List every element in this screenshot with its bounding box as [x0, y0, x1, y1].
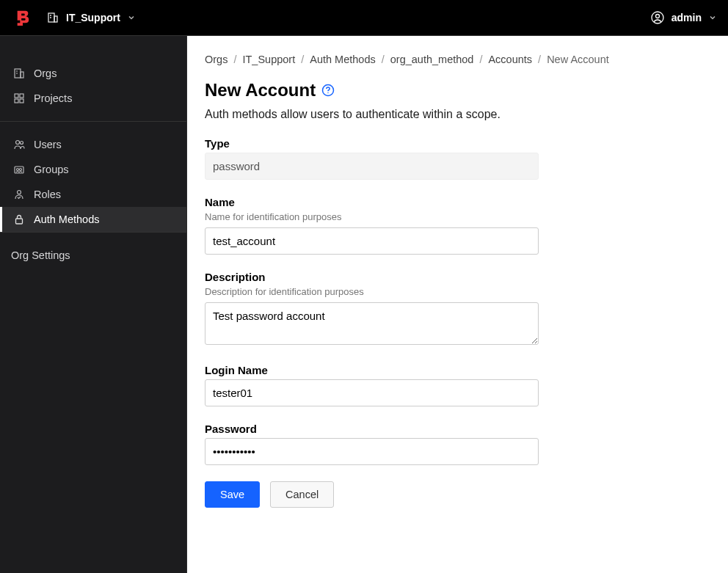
breadcrumb-sep: /: [538, 54, 541, 65]
password-label: Password: [205, 423, 539, 435]
topbar-left: IT_Support: [15, 10, 135, 26]
svg-rect-11: [20, 94, 23, 98]
svg-point-14: [16, 141, 20, 145]
breadcrumb-sep: /: [479, 54, 482, 65]
boundary-logo-icon: [15, 10, 31, 26]
sidebar-scope-section: Orgs Projects: [0, 36, 186, 122]
breadcrumb: Orgs / IT_Support / Auth Methods / org_a…: [205, 54, 710, 65]
org-icon: [47, 12, 59, 23]
breadcrumb-link[interactable]: org_auth_method: [390, 54, 474, 65]
breadcrumb-link[interactable]: Accounts: [488, 54, 532, 65]
field-description: Description Description for identificati…: [205, 271, 539, 348]
sidebar-item-label: Projects: [34, 92, 72, 104]
sidebar-item-auth-methods[interactable]: Auth Methods: [0, 207, 186, 232]
svg-point-19: [18, 191, 21, 194]
breadcrumb-current: New Account: [547, 54, 609, 65]
login-name-label: Login Name: [205, 364, 539, 376]
page-description: Auth methods allow users to authenticate…: [205, 108, 710, 121]
groups-icon: [13, 164, 25, 175]
svg-point-22: [327, 92, 328, 93]
svg-point-17: [17, 169, 19, 171]
breadcrumb-link[interactable]: IT_Support: [242, 54, 295, 65]
page-title: New Account: [205, 80, 316, 101]
svg-rect-1: [54, 16, 57, 22]
sidebar-item-users[interactable]: Users: [0, 132, 186, 157]
name-hint: Name for identification purposes: [205, 211, 539, 222]
field-name: Name Name for identification purposes: [205, 196, 539, 255]
type-label: Type: [205, 137, 539, 150]
name-input[interactable]: [205, 227, 539, 255]
sidebar-item-groups[interactable]: Groups: [0, 157, 186, 182]
svg-rect-20: [16, 219, 23, 224]
form-actions: Save Cancel: [205, 481, 710, 508]
svg-point-5: [655, 15, 659, 18]
password-input[interactable]: [205, 438, 539, 465]
svg-rect-12: [15, 99, 18, 103]
chevron-down-icon: [709, 14, 716, 21]
topbar: IT_Support admin: [0, 0, 728, 36]
org-icon: [13, 67, 25, 79]
sidebar-settings-section: Org Settings: [0, 233, 186, 278]
users-icon: [13, 139, 25, 150]
sidebar-item-label: Org Settings: [11, 249, 70, 261]
user-menu[interactable]: admin: [651, 11, 716, 24]
description-label: Description: [205, 271, 539, 283]
user-circle-icon: [651, 11, 664, 24]
sidebar-item-orgs[interactable]: Orgs: [0, 61, 186, 86]
description-input[interactable]: [205, 302, 539, 345]
type-input: [205, 153, 539, 180]
sidebar-item-roles[interactable]: Roles: [0, 182, 186, 207]
field-type: Type: [205, 137, 539, 180]
sidebar-item-label: Users: [34, 139, 62, 150]
login-name-input[interactable]: [205, 379, 539, 406]
svg-point-18: [20, 169, 22, 171]
save-button[interactable]: Save: [205, 481, 260, 508]
breadcrumb-link[interactable]: Auth Methods: [310, 54, 375, 65]
user-name: admin: [671, 12, 702, 23]
description-hint: Description for identification purposes: [205, 286, 539, 297]
sidebar-item-label: Roles: [34, 189, 61, 200]
svg-rect-7: [21, 72, 23, 78]
breadcrumb-sep: /: [301, 54, 304, 65]
breadcrumb-link[interactable]: Orgs: [205, 54, 228, 65]
svg-point-15: [21, 142, 23, 145]
main-content: Orgs / IT_Support / Auth Methods / org_a…: [187, 36, 728, 573]
sidebar-item-label: Auth Methods: [34, 213, 99, 225]
roles-icon: [13, 189, 25, 200]
sidebar-item-label: Groups: [34, 164, 69, 175]
sidebar-item-projects[interactable]: Projects: [0, 86, 186, 111]
sidebar-item-label: Orgs: [34, 67, 57, 79]
field-login-name: Login Name: [205, 364, 539, 406]
lock-icon: [13, 213, 25, 225]
breadcrumb-sep: /: [382, 54, 385, 65]
cancel-button[interactable]: Cancel: [270, 481, 334, 508]
svg-rect-13: [20, 99, 23, 103]
page-title-row: New Account: [205, 80, 710, 101]
breadcrumb-sep: /: [233, 54, 236, 65]
sidebar-iam-section: Users Groups: [0, 122, 186, 233]
svg-rect-10: [15, 94, 18, 98]
scope-name: IT_Support: [66, 12, 120, 23]
name-label: Name: [205, 196, 539, 208]
sidebar: Orgs Projects: [0, 36, 187, 573]
scope-selector[interactable]: IT_Support: [47, 12, 135, 23]
sidebar-item-org-settings[interactable]: Org Settings: [0, 243, 186, 268]
field-password: Password: [205, 423, 539, 465]
chevron-down-icon: [128, 14, 135, 21]
help-icon[interactable]: [321, 84, 335, 97]
grid-icon: [13, 92, 25, 104]
